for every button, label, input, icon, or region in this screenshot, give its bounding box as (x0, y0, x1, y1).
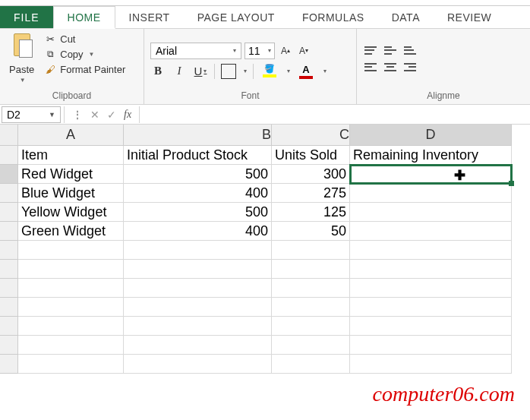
tab-formulas[interactable]: FORMULAS (289, 6, 378, 28)
cell[interactable] (350, 184, 512, 203)
cell[interactable]: Initial Product Stock (124, 146, 272, 165)
column-header-d[interactable]: D (350, 125, 512, 146)
copy-button[interactable]: ⧉ Copy ▼ (42, 47, 128, 61)
align-center-button[interactable] (383, 61, 398, 74)
row-header[interactable] (0, 146, 18, 165)
cancel-formula-button[interactable]: ✕ (90, 109, 99, 121)
tab-review[interactable]: REVIEW (434, 6, 505, 28)
shrink-font-button[interactable]: A▾ (296, 43, 311, 59)
tab-home[interactable]: HOME (53, 6, 115, 29)
cell[interactable] (350, 355, 512, 374)
cell[interactable] (350, 222, 512, 241)
cell[interactable]: 400 (124, 222, 272, 241)
cell[interactable] (124, 241, 272, 260)
cell[interactable] (124, 355, 272, 374)
column-header-b[interactable]: B (124, 125, 272, 146)
tab-data[interactable]: DATA (378, 6, 434, 28)
cell[interactable] (124, 279, 272, 298)
row-header[interactable] (0, 355, 18, 374)
cell[interactable]: 50 (272, 222, 350, 241)
underline-button[interactable]: U▾ (193, 64, 208, 79)
cell[interactable] (124, 317, 272, 336)
cell[interactable]: 500 (124, 165, 272, 184)
fill-color-button[interactable]: 🪣 (260, 64, 279, 79)
format-painter-button[interactable]: 🖌 Format Painter (42, 62, 128, 76)
cell[interactable]: Units Sold (272, 146, 350, 165)
insert-function-button[interactable]: fx (124, 109, 131, 121)
cell[interactable] (272, 279, 350, 298)
cell[interactable] (350, 279, 512, 298)
chevron-down-icon[interactable]: ▾ (244, 68, 247, 74)
cell[interactable] (124, 260, 272, 279)
cell[interactable]: Blue Widget (18, 184, 124, 203)
cell[interactable] (124, 298, 272, 317)
row-header[interactable] (0, 260, 18, 279)
cell[interactable] (350, 298, 512, 317)
name-box[interactable]: D2 ▼ (2, 106, 61, 123)
cell[interactable]: 300 (272, 165, 350, 184)
row-header[interactable] (0, 184, 18, 203)
cell[interactable] (18, 336, 124, 355)
cell[interactable] (350, 317, 512, 336)
cell[interactable] (272, 260, 350, 279)
cell[interactable] (124, 336, 272, 355)
cell[interactable]: Red Widget (18, 165, 124, 184)
cell[interactable] (272, 298, 350, 317)
chevron-down-icon[interactable]: ▾ (323, 68, 327, 74)
row-header[interactable] (0, 203, 18, 222)
cell[interactable] (18, 279, 124, 298)
align-middle-button[interactable] (383, 44, 398, 58)
tab-page-layout[interactable]: PAGE LAYOUT (184, 6, 289, 28)
font-color-button[interactable]: A (296, 64, 316, 79)
cell[interactable]: 400 (124, 184, 272, 203)
enter-formula-button[interactable]: ✓ (107, 109, 116, 121)
cell[interactable] (272, 317, 350, 336)
cut-button[interactable]: ✂ Cut (42, 32, 128, 46)
cell[interactable]: Green Widget (18, 222, 124, 241)
row-header[interactable] (0, 336, 18, 355)
cell[interactable] (272, 355, 350, 374)
cell[interactable] (18, 317, 124, 336)
cell[interactable] (350, 260, 512, 279)
chevron-down-icon[interactable]: ▾ (287, 68, 290, 74)
cell[interactable]: 125 (272, 203, 350, 222)
cell[interactable] (350, 203, 512, 222)
cell[interactable]: 500 (124, 203, 272, 222)
cell[interactable]: 275 (272, 184, 350, 203)
row-header[interactable] (0, 241, 18, 260)
cell[interactable]: Yellow Widget (18, 203, 124, 222)
row-header[interactable] (0, 165, 18, 184)
row-header[interactable] (0, 222, 18, 241)
borders-button[interactable] (221, 64, 236, 79)
formula-input[interactable] (140, 106, 530, 123)
align-left-button[interactable] (363, 61, 378, 74)
cell[interactable] (350, 336, 512, 355)
formula-more-icon[interactable]: ⋮ (72, 109, 83, 121)
column-header-c[interactable]: C (272, 125, 350, 146)
column-header-a[interactable]: A (18, 125, 124, 146)
align-top-button[interactable] (363, 44, 378, 58)
align-right-button[interactable] (402, 61, 418, 74)
select-all-corner[interactable] (0, 125, 18, 146)
cell[interactable] (272, 241, 350, 260)
cell[interactable]: Remaining Inventory (350, 146, 512, 165)
cell[interactable] (18, 355, 124, 374)
grow-font-button[interactable]: A▴ (278, 43, 293, 59)
italic-button[interactable]: I (172, 64, 187, 79)
row-header[interactable] (0, 279, 18, 298)
cell[interactable] (350, 241, 512, 260)
cell[interactable] (18, 298, 124, 317)
font-size-select[interactable]: 11 ▾ (244, 43, 275, 59)
font-name-select[interactable]: Arial ▾ (150, 43, 241, 59)
cell[interactable]: Item (18, 146, 124, 165)
cell[interactable] (18, 260, 124, 279)
row-header[interactable] (0, 317, 18, 336)
cell-d2-selected[interactable]: ✚ (350, 165, 512, 184)
tab-insert[interactable]: INSERT (115, 6, 184, 28)
row-header[interactable] (0, 298, 18, 317)
cell[interactable] (272, 336, 350, 355)
tab-file[interactable]: FILE (0, 6, 53, 28)
cell[interactable] (18, 241, 124, 260)
paste-button[interactable]: Paste ▼ (6, 32, 37, 85)
align-bottom-button[interactable] (402, 44, 418, 58)
